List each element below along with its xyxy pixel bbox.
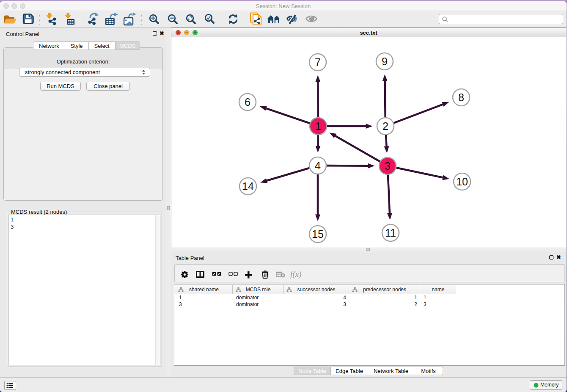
svg-text:11: 11 (385, 227, 396, 239)
svg-text:15: 15 (312, 228, 324, 240)
svg-text:2: 2 (383, 120, 388, 132)
svg-text:3: 3 (385, 160, 391, 172)
svg-text:6: 6 (245, 96, 250, 108)
svg-text:14: 14 (242, 180, 254, 192)
svg-text:10: 10 (456, 176, 468, 188)
svg-text:8: 8 (458, 91, 464, 103)
svg-text:9: 9 (382, 55, 388, 67)
svg-text:4: 4 (315, 160, 321, 171)
svg-text:7: 7 (315, 56, 321, 68)
svg-text:1: 1 (315, 120, 321, 132)
